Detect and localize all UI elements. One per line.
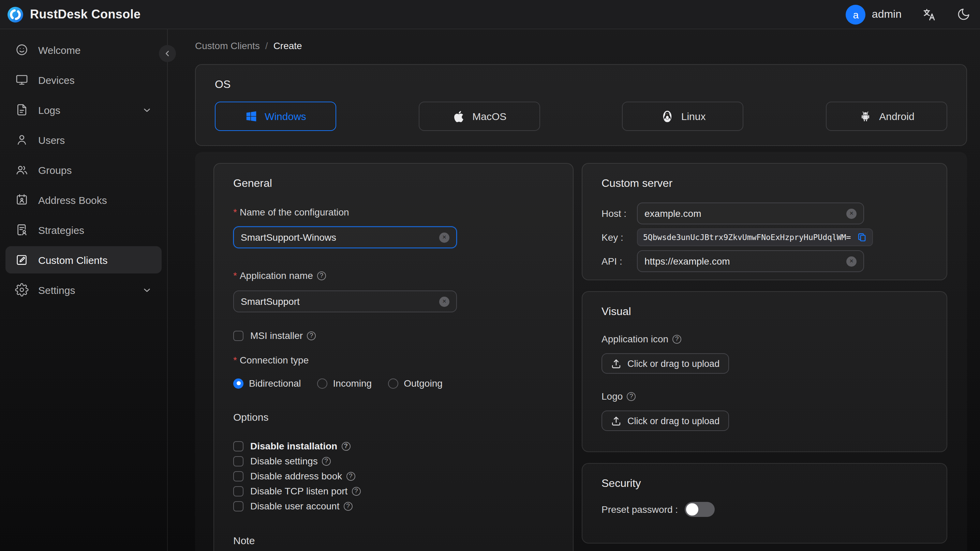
- translate-icon[interactable]: [922, 7, 936, 21]
- sidebar-item-welcome[interactable]: Welcome: [5, 36, 162, 64]
- radio-outgoing[interactable]: Outgoing: [388, 378, 442, 389]
- radio-icon[interactable]: [233, 378, 243, 389]
- breadcrumb-separator: /: [265, 40, 268, 51]
- application-icon-label: Application icon ?: [601, 333, 928, 345]
- security-title: Security: [601, 477, 928, 490]
- help-icon[interactable]: ?: [352, 487, 360, 495]
- os-button-linux[interactable]: Linux: [622, 102, 744, 131]
- option-disable-installation: Disable installation ?: [233, 441, 554, 451]
- breadcrumb-custom-clients[interactable]: Custom Clients: [195, 40, 260, 51]
- rustdesk-console-app: RustDesk Console a admin: [0, 0, 980, 551]
- users-group-icon: [15, 163, 29, 177]
- sidebar-item-label: Logs: [38, 104, 60, 116]
- checkbox[interactable]: [233, 501, 243, 511]
- chevron-down-icon: [142, 285, 152, 295]
- help-icon[interactable]: ?: [317, 271, 326, 280]
- msi-installer-checkbox[interactable]: [233, 330, 243, 341]
- help-icon[interactable]: ?: [627, 392, 636, 401]
- upload-icon: [611, 358, 621, 369]
- gear-icon: [15, 283, 29, 297]
- clear-icon[interactable]: ×: [439, 232, 449, 242]
- checkbox[interactable]: [233, 486, 243, 496]
- checkbox[interactable]: [233, 441, 243, 451]
- main-content: Custom Clients / Create OS Windows: [168, 29, 980, 551]
- msi-installer-row: MSI installer ?: [233, 330, 554, 341]
- os-button-android[interactable]: Android: [826, 102, 947, 131]
- app-header: RustDesk Console a admin: [0, 0, 980, 29]
- help-icon[interactable]: ?: [341, 441, 350, 451]
- visual-section: Visual Application icon ? Click or drag …: [582, 291, 947, 452]
- application-name-label: * Application name ?: [233, 269, 554, 282]
- sidebar-item-users[interactable]: Users: [5, 126, 162, 153]
- preset-password-label: Preset password :: [601, 503, 678, 516]
- sidebar-item-label: Custom Clients: [38, 254, 107, 266]
- general-title: General: [233, 177, 554, 190]
- api-input[interactable]: ×: [637, 250, 864, 272]
- dark-mode-moon-icon[interactable]: [957, 8, 970, 21]
- strategy-document-icon: [15, 223, 29, 237]
- host-input[interactable]: ×: [637, 202, 864, 225]
- checkbox[interactable]: [233, 471, 243, 481]
- address-book-icon: [15, 193, 29, 207]
- sidebar-item-logs[interactable]: Logs: [5, 96, 162, 123]
- help-icon[interactable]: ?: [346, 471, 355, 481]
- sidebar-item-address-books[interactable]: Address Books: [5, 186, 162, 213]
- sidebar-item-label: Users: [38, 134, 65, 146]
- general-section: General * Name of the configuration × * …: [213, 163, 574, 551]
- radio-incoming[interactable]: Incoming: [317, 378, 372, 389]
- clear-icon[interactable]: ×: [846, 208, 857, 218]
- api-input-field[interactable]: [644, 256, 841, 267]
- avatar[interactable]: a: [846, 5, 866, 24]
- custom-server-title: Custom server: [601, 177, 928, 190]
- logo-label: Logo ?: [601, 390, 928, 402]
- radio-bidirectional[interactable]: Bidirectional: [233, 378, 301, 389]
- sidebar-item-label: Strategies: [38, 224, 84, 236]
- help-icon[interactable]: ?: [344, 502, 353, 510]
- host-input-field[interactable]: [644, 208, 841, 219]
- api-row: API : ×: [601, 250, 928, 272]
- sidebar-item-strategies[interactable]: Strategies: [5, 216, 162, 244]
- application-icon-upload-button[interactable]: Click or drag to upload: [601, 353, 729, 374]
- os-button-windows[interactable]: Windows: [215, 102, 336, 131]
- sidebar-item-devices[interactable]: Devices: [5, 66, 162, 94]
- sidebar-item-settings[interactable]: Settings: [5, 276, 162, 303]
- preset-password-toggle[interactable]: [685, 502, 715, 517]
- smile-icon: [15, 43, 29, 57]
- application-name-input-field[interactable]: [241, 296, 434, 307]
- clear-icon[interactable]: ×: [846, 256, 857, 266]
- os-options-row: Windows MacOS: [215, 102, 947, 131]
- help-icon[interactable]: ?: [322, 457, 331, 465]
- connection-type-radio-group: Bidirectional Incoming Outgoing: [233, 378, 554, 389]
- security-section: Security Preset password :: [582, 463, 947, 543]
- key-value: 5Qbwsde3unUcJBtrx9ZkvUmwFNoExHzpryHuPUdq…: [643, 233, 853, 242]
- logo-upload-button[interactable]: Click or drag to upload: [601, 411, 729, 431]
- help-icon[interactable]: ?: [307, 331, 316, 340]
- sidebar-item-label: Groups: [38, 164, 72, 175]
- config-name-input-field[interactable]: [241, 232, 434, 243]
- radio-icon[interactable]: [388, 378, 398, 389]
- user-icon: [15, 133, 29, 147]
- os-button-macos[interactable]: MacOS: [418, 102, 540, 131]
- clear-icon[interactable]: ×: [439, 296, 449, 307]
- copy-icon[interactable]: [857, 233, 867, 242]
- config-name-input[interactable]: ×: [233, 226, 457, 248]
- username[interactable]: admin: [872, 8, 902, 21]
- right-column: Custom server Host : × Key : 5Qbwsde3unU…: [582, 163, 947, 543]
- windows-logo-icon: [245, 110, 258, 123]
- visual-title: Visual: [601, 306, 928, 318]
- note-label: Note: [233, 535, 554, 547]
- options-label: Options: [233, 411, 554, 424]
- sidebar-item-groups[interactable]: Groups: [5, 156, 162, 183]
- rustdesk-logo-icon: [7, 6, 24, 23]
- config-panel: General * Name of the configuration × * …: [195, 152, 967, 551]
- connection-type-label: * Connection type: [233, 354, 554, 366]
- sidebar-collapse-button[interactable]: [159, 45, 176, 62]
- breadcrumb-create: Create: [274, 40, 302, 51]
- options-checkbox-list: Disable installation ? Disable settings …: [233, 441, 554, 511]
- os-section-title: OS: [215, 78, 947, 91]
- application-name-input[interactable]: ×: [233, 290, 457, 312]
- radio-icon[interactable]: [317, 378, 328, 389]
- checkbox[interactable]: [233, 456, 243, 466]
- sidebar-item-custom-clients[interactable]: Custom Clients: [5, 246, 162, 274]
- help-icon[interactable]: ?: [673, 334, 681, 343]
